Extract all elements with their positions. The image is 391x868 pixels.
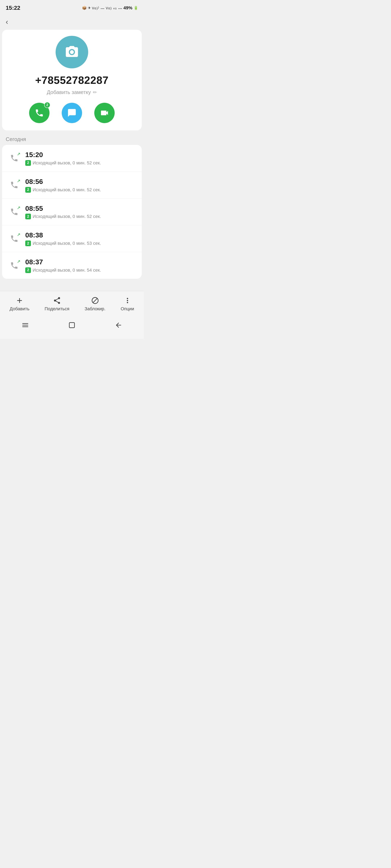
- nav-bar: [0, 315, 144, 339]
- call-entry-icon: ↗: [8, 179, 21, 191]
- contact-avatar[interactable]: [56, 36, 88, 68]
- sim-number-badge: 2: [25, 214, 31, 219]
- call-entry-info: 08:37 2 Исходящий вызов, 0 мин. 54 сек.: [25, 258, 136, 273]
- outgoing-arrow-icon: ↗: [17, 152, 20, 156]
- call-entry-description: Исходящий вызов, 0 мин. 52 сек.: [33, 187, 101, 192]
- nav-menu-button[interactable]: [15, 319, 35, 333]
- block-label: Заблокир.: [85, 306, 106, 311]
- outgoing-arrow-icon: ↗: [17, 232, 20, 237]
- message-icon: [67, 108, 77, 118]
- phone-number[interactable]: +78552782287: [35, 74, 109, 86]
- call-entry-detail: 2 Исходящий вызов, 0 мин. 53 сек.: [25, 241, 136, 246]
- call-log-entry[interactable]: ↗ 08:37 2 Исходящий вызов, 0 мин. 54 сек…: [2, 252, 142, 279]
- telegram-icon: ✈: [88, 6, 91, 10]
- outgoing-arrow-icon: ↗: [17, 179, 20, 183]
- call-log-card: ↗ 15:20 2 Исходящий вызов, 0 мин. 52 сек…: [2, 145, 142, 279]
- sim-number-badge: 2: [25, 187, 31, 193]
- phone-icon: [35, 108, 44, 118]
- action-buttons-row: 2: [29, 103, 115, 123]
- pencil-icon: ✏: [93, 90, 97, 95]
- outgoing-arrow-icon: ↗: [17, 259, 20, 264]
- back-button[interactable]: ‹: [6, 18, 8, 26]
- call-entry-info: 08:56 2 Исходящий вызов, 0 мин. 52 сек.: [25, 178, 136, 193]
- call-entry-detail: 2 Исходящий вызов, 0 мин. 52 сек.: [25, 160, 136, 166]
- video-call-button[interactable]: [94, 103, 115, 123]
- camera-icon: [64, 45, 79, 59]
- add-label: Добавить: [9, 306, 29, 311]
- call-log-entry[interactable]: ↗ 08:55 2 Исходящий вызов, 0 мин. 52 сек…: [2, 198, 142, 225]
- nav-menu-icon: [21, 321, 29, 329]
- more-options-icon: [123, 297, 132, 305]
- message-button[interactable]: [62, 103, 82, 123]
- share-button[interactable]: Поделиться: [45, 297, 69, 311]
- block-button[interactable]: Заблокир.: [85, 297, 106, 311]
- share-icon: [53, 297, 61, 305]
- call-entry-detail: 2 Исходящий вызов, 0 мин. 54 сек.: [25, 267, 136, 273]
- call-log-entry[interactable]: ↗ 08:56 2 Исходящий вызов, 0 мин. 52 сек…: [2, 172, 142, 198]
- battery-indicator: 49%: [123, 5, 132, 10]
- call-entry-description: Исходящий вызов, 0 мин. 54 сек.: [33, 268, 101, 273]
- contact-card: +78552782287 Добавить заметку ✏ 2: [2, 30, 142, 130]
- sim-number-badge: 2: [25, 267, 31, 273]
- share-label: Поделиться: [45, 306, 69, 311]
- nav-home-icon: [68, 321, 76, 329]
- call-entry-description: Исходящий вызов, 0 мин. 52 сек.: [33, 160, 101, 166]
- bottom-toolbar: Добавить Поделиться Заблокир. Опции: [0, 291, 144, 315]
- call-entry-detail: 2 Исходящий вызов, 0 мин. 52 сек.: [25, 187, 136, 193]
- call-log-entry[interactable]: ↗ 08:38 2 Исходящий вызов, 0 мин. 53 сек…: [2, 225, 142, 252]
- options-label: Опции: [120, 306, 134, 311]
- status-icons: 📦 ✈ Vo)) ▪▪▪ Vo) 4G ▪▪▪ 49% 🔋: [82, 5, 138, 10]
- call-entry-icon: ↗: [8, 232, 21, 245]
- nav-back-icon: [115, 321, 122, 329]
- outgoing-arrow-icon: ↗: [17, 206, 20, 210]
- call-entry-time: 08:38: [25, 231, 136, 239]
- call-entry-time: 15:20: [25, 151, 136, 159]
- add-note-row[interactable]: Добавить заметку ✏: [47, 89, 97, 95]
- call-entry-time: 08:37: [25, 258, 136, 266]
- call-entry-description: Исходящий вызов, 0 мин. 52 сек.: [33, 214, 101, 219]
- battery-icon: 🔋: [134, 6, 138, 10]
- call-entry-description: Исходящий вызов, 0 мин. 53 сек.: [33, 241, 101, 246]
- call-entry-time: 08:55: [25, 204, 136, 213]
- call-entry-detail: 2 Исходящий вызов, 0 мин. 52 сек.: [25, 214, 136, 219]
- svg-rect-0: [69, 322, 74, 328]
- call-button[interactable]: 2: [29, 103, 50, 123]
- notification-icon: 📦: [82, 6, 87, 10]
- call-entry-info: 08:55 2 Исходящий вызов, 0 мин. 52 сек.: [25, 204, 136, 220]
- call-entry-info: 08:38 2 Исходящий вызов, 0 мин. 53 сек.: [25, 231, 136, 246]
- nav-back-button[interactable]: [109, 319, 129, 333]
- nav-home-button[interactable]: [62, 319, 82, 333]
- video-icon: [100, 108, 109, 118]
- add-contact-button[interactable]: Добавить: [9, 297, 29, 311]
- status-time: 15:22: [6, 5, 20, 11]
- block-icon: [91, 297, 99, 305]
- sim-number-badge: 2: [25, 241, 31, 246]
- add-note-label: Добавить заметку: [47, 89, 91, 95]
- call-entry-icon: ↗: [8, 259, 21, 272]
- sim-signal-icons: Vo)) ▪▪▪ Vo) 4G ▪▪▪: [92, 6, 122, 10]
- call-log-entry[interactable]: ↗ 15:20 2 Исходящий вызов, 0 мин. 52 сек…: [2, 145, 142, 172]
- section-label: Сегодня: [0, 130, 144, 145]
- call-entry-info: 15:20 2 Исходящий вызов, 0 мин. 52 сек.: [25, 151, 136, 166]
- status-bar: 15:22 📦 ✈ Vo)) ▪▪▪ Vo) 4G ▪▪▪ 49% 🔋: [0, 0, 144, 14]
- call-entry-icon: ↗: [8, 152, 21, 165]
- call-badge: 2: [44, 102, 50, 108]
- add-icon: [16, 297, 24, 305]
- call-entry-icon: ↗: [8, 205, 21, 218]
- sim-number-badge: 2: [25, 160, 31, 166]
- call-entry-time: 08:56: [25, 178, 136, 186]
- back-button-row: ‹: [0, 14, 144, 28]
- options-button[interactable]: Опции: [120, 297, 134, 311]
